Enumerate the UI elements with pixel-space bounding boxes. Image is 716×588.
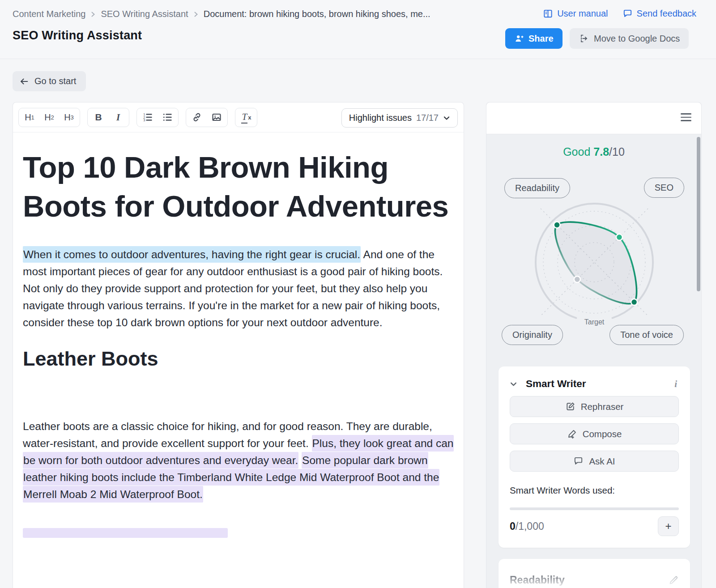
document-editor[interactable]: Top 10 Dark Brown Hiking Boots for Outdo… — [13, 132, 464, 538]
list-buttons-group: 123 — [136, 108, 179, 127]
info-icon[interactable]: i — [673, 379, 679, 390]
magic-pen-icon — [567, 429, 577, 439]
score-out-of: /10 — [609, 145, 625, 158]
highlighted-sentence-blue[interactable]: When it comes to outdoor adventures, hav… — [23, 246, 361, 263]
go-to-start-label: Go to start — [34, 76, 76, 86]
chevron-right-icon — [91, 11, 95, 18]
heading-buttons-group: H1 H2 H3 — [18, 108, 80, 127]
heading2-button[interactable]: H2 — [39, 110, 59, 125]
menu-icon[interactable] — [681, 113, 691, 121]
move-to-google-docs-button[interactable]: Move to Google Docs — [570, 28, 689, 49]
arrow-left-icon — [19, 77, 29, 86]
clear-format-group: Tx — [235, 108, 257, 127]
top-header: Content Marketing SEO Writing Assistant … — [0, 0, 716, 59]
chat-icon — [622, 9, 633, 19]
clear-formatting-button[interactable]: Tx — [236, 110, 256, 125]
bold-button[interactable]: B — [89, 110, 108, 125]
chevron-down-icon — [443, 115, 450, 122]
words-used-value: 0 — [510, 520, 516, 533]
add-words-button[interactable]: + — [658, 516, 679, 536]
heading1-button[interactable]: H1 — [20, 110, 39, 125]
chevron-down-icon — [510, 380, 517, 388]
breadcrumb: Content Marketing SEO Writing Assistant … — [13, 9, 430, 19]
bullet-list-button[interactable] — [158, 110, 177, 125]
highlight-issues-label: Highlight issues — [349, 113, 412, 123]
readability-card: Readability — [499, 559, 690, 588]
share-label: Share — [528, 34, 554, 44]
words-used-progress-bar — [510, 507, 679, 510]
panel-scrollbar-thumb[interactable] — [697, 137, 700, 291]
tone-of-voice-point — [631, 299, 637, 305]
score-rating: Good — [563, 145, 590, 158]
page-title: SEO Writing Assistant — [13, 29, 142, 43]
overall-score: Good 7.8/10 — [486, 145, 701, 158]
share-button[interactable]: Share — [505, 28, 563, 49]
send-feedback-label: Send feedback — [637, 9, 696, 19]
heading3-button[interactable]: H3 — [59, 110, 79, 125]
edit-pencil-icon[interactable] — [668, 575, 679, 586]
svg-text:3: 3 — [143, 118, 145, 122]
breadcrumb-content-marketing[interactable]: Content Marketing — [13, 9, 85, 19]
originality-point — [574, 276, 580, 282]
highlight-issues-dropdown[interactable]: Highlight issues 17/17 — [341, 108, 458, 128]
paragraph-1: When it comes to outdoor adventures, hav… — [23, 246, 454, 331]
compose-label: Compose — [583, 429, 622, 439]
chevron-right-icon — [194, 11, 198, 18]
editor-card: H1 H2 H3 B I 123 Tx — [13, 102, 464, 588]
book-icon — [543, 9, 553, 19]
smart-writer-header[interactable]: Smart Writer i — [510, 378, 679, 390]
person-add-icon — [514, 34, 524, 43]
readability-point — [554, 222, 560, 228]
editor-toolbar: H1 H2 H3 B I 123 Tx — [13, 102, 464, 132]
section-heading: Leather Boots — [23, 347, 454, 371]
highlight-issues-count: 17/17 — [416, 113, 439, 123]
ask-ai-label: Ask AI — [589, 456, 615, 467]
words-used-counter: 0 /1,000 + — [510, 516, 679, 536]
ask-ai-button[interactable]: Ask AI — [510, 451, 679, 472]
ordered-list-button[interactable]: 123 — [138, 110, 158, 125]
rephrase-pencil-icon — [565, 401, 575, 412]
score-value: 7.8 — [593, 145, 609, 158]
link-button[interactable] — [187, 110, 207, 125]
compose-button[interactable]: Compose — [510, 423, 679, 444]
target-label: Target — [584, 318, 605, 326]
paragraph-2: Leather boots are a classic choice for h… — [23, 418, 454, 503]
document-title: Top 10 Dark Brown Hiking Boots for Outdo… — [23, 148, 454, 226]
smart-writer-title: Smart Writer — [526, 378, 586, 390]
panel-header — [486, 102, 701, 134]
score-side-panel: Good 7.8/10 Readability SEO Originality … — [486, 102, 702, 588]
rephraser-label: Rephraser — [581, 401, 624, 412]
breadcrumb-seo-writing-assistant[interactable]: SEO Writing Assistant — [101, 9, 188, 19]
readability-card-title: Readability — [510, 574, 565, 586]
image-button[interactable] — [207, 110, 226, 125]
score-gauge-chart: Target — [527, 195, 661, 329]
rephraser-button[interactable]: Rephraser — [510, 396, 679, 417]
header-links: User manual Send feedback — [543, 9, 696, 19]
words-limit-value: /1,000 — [516, 520, 544, 533]
send-feedback-link[interactable]: Send feedback — [622, 9, 696, 19]
user-manual-label: User manual — [557, 9, 608, 19]
seo-point — [616, 234, 622, 240]
go-to-start-button[interactable]: Go to start — [13, 71, 86, 91]
chat-bubble-icon — [573, 456, 584, 466]
clipped-highlighted-line — [23, 528, 228, 538]
text-style-group: B I — [87, 108, 129, 127]
export-doc-icon — [579, 34, 588, 43]
breadcrumb-document: Document: brown hiking boots, brown hiki… — [204, 9, 430, 19]
smart-writer-card: Smart Writer i Rephraser Compose Ask AI … — [499, 366, 690, 548]
insert-buttons-group — [186, 108, 228, 127]
move-to-google-docs-label: Move to Google Docs — [594, 34, 680, 44]
italic-button[interactable]: I — [108, 110, 128, 125]
user-manual-link[interactable]: User manual — [543, 9, 608, 19]
words-used-label: Smart Writer Words used: — [510, 485, 679, 496]
